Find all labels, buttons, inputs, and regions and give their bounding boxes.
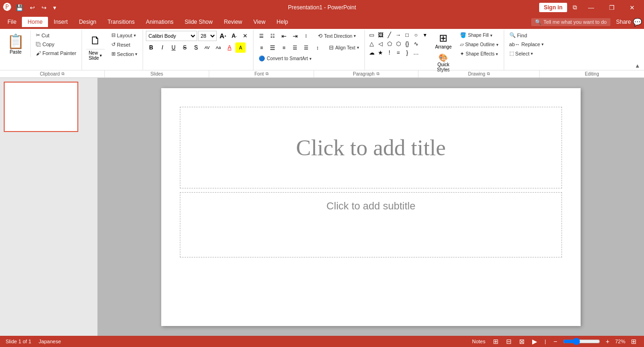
decrease-indent-button[interactable]: ⇤ bbox=[279, 31, 289, 41]
shape-btn-tri[interactable]: △ bbox=[368, 40, 376, 48]
menu-item-design[interactable]: Design bbox=[73, 17, 102, 27]
justify-button[interactable]: ☰ bbox=[290, 42, 300, 53]
notes-button[interactable]: Notes bbox=[470, 339, 487, 344]
shape-btn-eq[interactable]: = bbox=[394, 49, 403, 57]
cut-button[interactable]: ✂ Cut bbox=[34, 31, 79, 40]
qat-customize-button[interactable]: ▾ bbox=[51, 3, 58, 12]
convert-smartart-button[interactable]: 🔵 Convert to SmartArt ▾ bbox=[256, 54, 314, 63]
ribbon-collapse-button[interactable]: ▲ bbox=[631, 62, 644, 70]
select-button[interactable]: ⬚ Select ▾ bbox=[507, 49, 547, 58]
find-button[interactable]: 🔍 Find bbox=[507, 31, 547, 40]
clipboard-expand-icon[interactable]: ⧉ bbox=[62, 71, 64, 76]
subtitle-placeholder[interactable]: Click to add subtitle bbox=[180, 192, 562, 257]
menu-item-file[interactable]: File bbox=[2, 17, 22, 27]
shape-btn-curly[interactable]: ∿ bbox=[412, 40, 420, 48]
format-painter-button[interactable]: 🖌 Format Painter bbox=[34, 49, 79, 57]
slide-thumb[interactable] bbox=[4, 82, 78, 132]
add-columns-button[interactable]: ⁞ bbox=[301, 31, 311, 41]
shape-btn-line[interactable]: ╱ bbox=[385, 31, 394, 39]
menu-item-insert[interactable]: Insert bbox=[48, 17, 73, 27]
paste-button[interactable]: 📋 Paste bbox=[3, 31, 28, 57]
menu-item-transitions[interactable]: Transitions bbox=[102, 17, 140, 27]
title-placeholder[interactable]: Click to add title bbox=[180, 107, 562, 188]
shape-btn-rect[interactable]: ▭ bbox=[368, 31, 376, 39]
minimize-button[interactable]: — bbox=[582, 2, 600, 13]
font-shrink-button[interactable]: A- bbox=[229, 31, 239, 41]
view-slideshow-button[interactable]: ▶ bbox=[530, 338, 539, 345]
reset-button[interactable]: ↺ Reset bbox=[109, 40, 140, 49]
share-button[interactable]: Share bbox=[616, 19, 631, 25]
slide-canvas[interactable]: Click to add title Click to add subtitle bbox=[161, 88, 581, 326]
menu-item-view[interactable]: View bbox=[248, 17, 271, 27]
new-slide-button[interactable]: 🗋 NewSlide ▾ bbox=[85, 31, 106, 63]
increase-indent-button[interactable]: ⇥ bbox=[290, 31, 300, 41]
shape-btn-picture[interactable]: 🖼 bbox=[377, 31, 385, 39]
align-text-button[interactable]: ⊟ Align Text ▾ bbox=[327, 43, 361, 52]
shape-btn-arrow[interactable]: → bbox=[394, 31, 403, 39]
shape-effects-button[interactable]: ✦ Shape Effects ▾ bbox=[458, 49, 500, 58]
strikethrough-button[interactable]: S bbox=[179, 42, 190, 53]
numbering-button[interactable]: ☷ bbox=[267, 31, 278, 41]
align-left-button[interactable]: ≡ bbox=[256, 42, 267, 53]
qat-save-button[interactable]: 💾 bbox=[14, 3, 25, 12]
shadow-button[interactable]: S bbox=[191, 42, 201, 53]
font-size-selector[interactable]: 28 bbox=[198, 31, 217, 41]
tell-me-search[interactable]: 🔍 Tell me what you want to do bbox=[531, 18, 610, 26]
copy-button[interactable]: ⿻ Copy bbox=[34, 40, 79, 49]
spacing-button[interactable]: AV bbox=[202, 42, 212, 53]
shape-btn-rtri[interactable]: ◁ bbox=[377, 40, 385, 48]
highlight-color-button[interactable]: A bbox=[235, 42, 246, 53]
sign-in-button[interactable]: Sign in bbox=[539, 3, 567, 12]
underline-button[interactable]: U bbox=[168, 42, 178, 53]
zoom-slider[interactable] bbox=[563, 338, 600, 345]
shape-outline-button[interactable]: ▱ Shape Outline ▾ bbox=[458, 40, 500, 49]
font-name-selector[interactable]: Calibri Body bbox=[146, 31, 197, 41]
menu-item-animations[interactable]: Animations bbox=[140, 17, 179, 27]
qat-redo-button[interactable]: ↪ bbox=[40, 3, 48, 12]
close-button[interactable]: ✕ bbox=[624, 2, 640, 13]
menu-item-slideshow[interactable]: Slide Show bbox=[179, 17, 218, 27]
shape-btn-bang[interactable]: ! bbox=[385, 49, 394, 57]
qat-undo-button[interactable]: ↩ bbox=[28, 3, 37, 12]
font-color-button[interactable]: A bbox=[224, 42, 234, 53]
fit-slide-button[interactable]: ⊞ bbox=[629, 338, 638, 345]
align-center-button[interactable]: ☰ bbox=[267, 42, 278, 53]
case-button[interactable]: Aa bbox=[213, 42, 223, 53]
paragraph-expand-icon[interactable]: ⧉ bbox=[377, 71, 379, 76]
shape-btn-callout[interactable]: ☁ bbox=[368, 49, 376, 57]
zoom-in-button[interactable]: + bbox=[604, 338, 611, 345]
maximize-button[interactable]: ❐ bbox=[603, 2, 620, 13]
shape-more-dropdown[interactable]: ▾ bbox=[421, 31, 429, 39]
line-spacing-button[interactable]: ↕ bbox=[312, 42, 322, 53]
shape-btn-star[interactable]: ★ bbox=[377, 49, 385, 57]
comment-button[interactable]: 💬 bbox=[633, 18, 642, 27]
restore-down-button[interactable]: ⧉ bbox=[571, 3, 579, 12]
slide-thumbnail-1[interactable]: 1 bbox=[4, 82, 94, 132]
zoom-out-button[interactable]: − bbox=[552, 338, 559, 345]
view-normal-button[interactable]: ⊞ bbox=[491, 338, 500, 345]
bold-button[interactable]: B bbox=[146, 42, 156, 53]
menu-item-review[interactable]: Review bbox=[218, 17, 247, 27]
italic-button[interactable]: I bbox=[157, 42, 167, 53]
shape-btn-bracket[interactable]: {} bbox=[403, 40, 411, 48]
drawing-expand-icon[interactable]: ⧉ bbox=[487, 71, 490, 76]
shape-btn-hex[interactable]: ⬡ bbox=[394, 40, 403, 48]
view-slide-sorter-button[interactable]: ⊟ bbox=[504, 338, 514, 345]
font-grow-button[interactable]: A+ bbox=[218, 31, 228, 41]
shape-btn-more[interactable]: … bbox=[412, 49, 420, 57]
shape-fill-button[interactable]: 🪣 Shape Fill ▾ bbox=[458, 31, 500, 40]
section-button[interactable]: ⊞ Section ▾ bbox=[109, 49, 140, 58]
align-right-button[interactable]: ≡ bbox=[279, 42, 289, 53]
shape-btn-curly2[interactable]: } bbox=[403, 49, 411, 57]
menu-item-help[interactable]: Help bbox=[271, 17, 294, 27]
text-direction-button[interactable]: ⟲ Text Direction ▾ bbox=[315, 31, 358, 41]
shape-btn-rect2[interactable]: □ bbox=[403, 31, 411, 39]
replace-button[interactable]: ab↔ Replace ▾ bbox=[507, 40, 547, 49]
canvas-area[interactable]: Click to add title Click to add subtitle bbox=[98, 78, 644, 336]
arrange-button[interactable]: ⊞ Arrange bbox=[432, 31, 455, 51]
layout-button[interactable]: ⊟ Layout ▾ bbox=[109, 31, 140, 40]
font-expand-icon[interactable]: ⧉ bbox=[266, 71, 268, 76]
clear-formatting-button[interactable]: ✕ bbox=[240, 31, 250, 41]
menu-item-home[interactable]: Home bbox=[22, 17, 48, 27]
distributed-button[interactable]: ☰ bbox=[301, 42, 311, 53]
